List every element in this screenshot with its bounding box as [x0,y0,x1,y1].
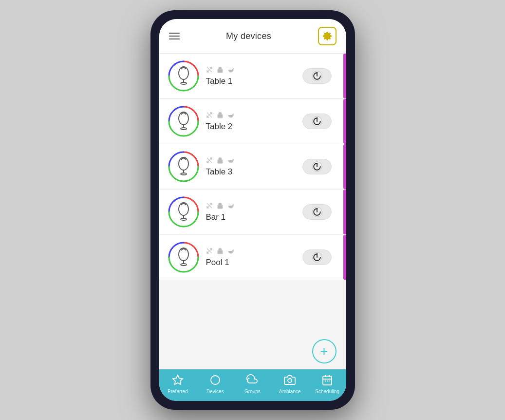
star-icon [172,374,184,387]
toggle-switch[interactable] [302,68,332,84]
svg-rect-36 [218,205,223,209]
svg-rect-6 [218,69,223,73]
nav-item-devices[interactable]: Devices [201,374,230,394]
device-item[interactable]: Table 1 [159,54,346,99]
settings-button[interactable] [318,27,337,45]
device-info: Pool 1 [206,248,297,267]
device-name: Table 2 [206,122,297,132]
power-toggle[interactable] [302,204,332,220]
device-info: Table 1 [206,66,297,86]
device-icon [167,150,200,183]
device-icon [167,241,200,274]
svg-point-13 [181,128,187,130]
refresh-icon [227,157,234,165]
power-icon [312,161,322,172]
power-icon [312,207,322,217]
refresh-icon [227,112,234,120]
svg-point-41 [179,248,188,261]
power-toggle[interactable] [302,159,332,174]
device-icon [167,195,200,229]
page-title: My devices [226,31,271,41]
toggle-switch[interactable] [302,114,332,129]
phone-shell: My devices [150,10,355,410]
cross-arrows-icon [206,202,213,210]
power-icon [312,71,322,81]
nav-item-groups[interactable]: Groups [238,374,267,394]
nav-label-preferred: Preferred [168,389,188,394]
svg-point-51 [211,376,220,384]
device-list: Table 1 [159,54,346,333]
lock-icon [217,202,224,210]
refresh-icon [227,202,234,210]
cross-arrows-icon [206,112,213,120]
add-device-button[interactable]: + [312,339,337,363]
svg-point-31 [179,203,188,215]
power-icon [312,116,322,127]
device-name: Table 1 [206,76,297,86]
nav-label-ambiance: Ambiance [279,389,300,394]
power-toggle[interactable] [302,68,332,84]
toggle-switch[interactable] [302,204,332,220]
nav-label-groups: Groups [244,389,261,394]
device-status-icons [206,202,297,210]
device-status-icons [206,248,297,256]
cross-arrows-icon [206,66,213,75]
device-status-icons [206,112,297,120]
cross-arrows-icon [206,157,213,165]
camera-icon [284,374,296,387]
refresh-icon [227,66,234,75]
refresh-icon [227,248,234,256]
svg-point-1 [179,67,188,79]
svg-point-21 [179,157,188,170]
nav-label-devices: Devices [206,389,224,394]
device-status-icons [206,66,297,75]
svg-point-23 [181,173,187,175]
cloud-icon [246,374,258,387]
svg-point-33 [181,218,187,220]
device-name: Bar 1 [206,212,297,222]
device-info: Table 3 [206,157,297,177]
calendar-icon [321,374,333,387]
svg-rect-16 [218,115,223,118]
device-item[interactable]: Table 2 [159,99,346,144]
svg-rect-46 [218,250,223,254]
svg-rect-26 [218,160,223,163]
gear-icon [322,31,332,41]
lock-icon [217,248,224,256]
power-icon [312,252,322,263]
svg-point-52 [288,379,292,382]
lock-icon [217,157,224,165]
lock-icon [217,112,224,120]
device-icon [167,105,200,138]
device-status-icons [206,157,297,165]
menu-button[interactable] [169,33,180,39]
device-item[interactable]: Table 3 [159,144,346,190]
lock-icon [217,66,224,75]
svg-point-43 [181,264,187,266]
device-item[interactable]: Pool 1 [159,235,346,280]
toggle-switch[interactable] [302,249,332,265]
device-name: Table 3 [206,167,297,177]
power-toggle[interactable] [302,249,332,265]
fab-container: + [159,333,346,369]
bottom-nav: Preferred Devices Groups Ambiance Schedu… [159,369,346,401]
device-info: Table 2 [206,112,297,132]
toggle-switch[interactable] [302,159,332,174]
svg-marker-50 [173,375,183,384]
cross-arrows-icon [206,248,213,256]
svg-point-11 [179,112,188,125]
nav-label-scheduling: Scheduling [315,389,339,394]
nav-item-scheduling[interactable]: Scheduling [313,374,342,394]
power-toggle[interactable] [302,114,332,129]
phone-screen: My devices [159,19,346,401]
svg-point-3 [181,82,187,84]
device-info: Bar 1 [206,202,297,222]
nav-item-preferred[interactable]: Preferred [163,374,192,394]
device-icon [167,59,200,93]
device-item[interactable]: Bar 1 [159,190,346,235]
nav-item-ambiance[interactable]: Ambiance [275,374,304,394]
circle-icon [209,374,221,387]
device-name: Pool 1 [206,258,297,267]
header: My devices [159,19,346,54]
